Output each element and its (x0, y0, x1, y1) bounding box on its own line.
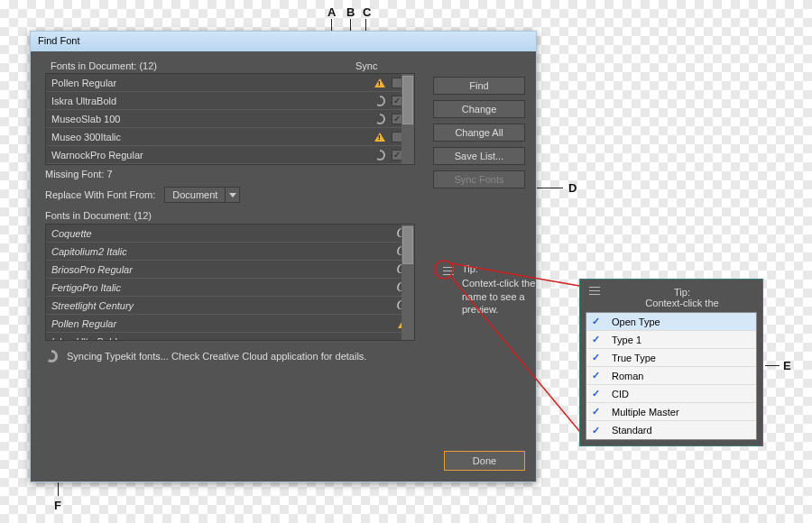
font-name: Pollen Regular (51, 318, 374, 329)
sync-status-row: Syncing Typekit fonts... Check Creative … (45, 350, 415, 362)
check-icon: ✓ (592, 370, 604, 381)
sync-header: Sync (352, 60, 410, 71)
spinner-icon (374, 150, 385, 161)
popup-tip-title: Tip: (611, 287, 753, 298)
callout-c: C (363, 5, 371, 19)
font-row[interactable]: FertigoPro ItalicO (46, 279, 414, 297)
filter-menu-item[interactable]: ✓Standard (586, 421, 756, 439)
find-font-dialog: Find Font Fonts in Document: (12) Sync P… (30, 31, 537, 482)
callout-a: A (328, 5, 336, 19)
replace-from-dropdown[interactable]: Document (164, 187, 240, 203)
check-icon: ✓ (592, 406, 604, 417)
fonts-in-doc-label-2: Fonts in Document: (12) (45, 210, 415, 221)
font-row[interactable]: MuseoSlab 100✓ (46, 110, 414, 128)
warning-icon (374, 78, 385, 87)
sync-fonts-button[interactable]: Sync Fonts (433, 170, 525, 188)
menu-item-label: Multiple Master (612, 407, 679, 417)
svg-marker-0 (229, 193, 236, 197)
top-list-header: Fonts in Document: (12) Sync (45, 60, 415, 73)
font-row[interactable]: BriosoPro RegularO (46, 261, 414, 279)
fonts-in-doc-label: Fonts in Document: (12) (51, 60, 352, 71)
top-font-list: Pollen RegularIskra UltraBold✓MuseoSlab … (45, 73, 415, 165)
sync-status-text: Syncing Typekit fonts... Check Creative … (67, 351, 366, 362)
check-icon: ✓ (592, 352, 604, 363)
tip-text: Tip: Context-click the font name to see … (462, 262, 559, 316)
tip-body: Context-click the font name to see a pre… (462, 277, 559, 316)
filter-menu-item[interactable]: ✓Open Type (586, 313, 756, 331)
menu-item-label: Standard (612, 425, 652, 436)
font-name: Iskra UltraBold (51, 336, 374, 341)
callout-e: E (783, 359, 791, 372)
font-name: MuseoSlab 100 (51, 114, 351, 124)
dropdown-value: Document (165, 189, 225, 200)
font-name: Museo 300Italic (51, 132, 351, 142)
font-name: FertigoPro Italic (51, 282, 374, 293)
font-name: WarnockPro Regular (51, 150, 351, 161)
callout-b: B (346, 5, 355, 19)
font-row[interactable]: Museo 300Italic (46, 128, 414, 146)
callout-f: F (54, 499, 61, 512)
font-row[interactable]: Streetlight CenturyO (46, 297, 414, 315)
chevron-down-icon (225, 188, 239, 202)
filter-menu-item[interactable]: ✓CID (586, 385, 756, 403)
popup-tip-body: Context-click the (611, 298, 753, 308)
menu-item-label: Open Type (612, 317, 660, 327)
menu-item-label: True Type (612, 353, 656, 363)
spinner-icon (374, 96, 385, 106)
leader-e (765, 365, 780, 366)
filter-menu-item[interactable]: ✓Multiple Master (586, 403, 756, 421)
filter-menu-item[interactable]: ✓Roman (586, 367, 756, 385)
filter-menu: ✓Open Type✓Type 1✓True Type✓Roman✓CID✓Mu… (586, 312, 757, 440)
scrollbar[interactable] (401, 74, 414, 164)
missing-font-label: Missing Font: 7 (45, 169, 415, 179)
warning-icon (374, 133, 385, 142)
save-list-button[interactable]: Save List... (433, 147, 525, 165)
font-name: Iskra UltraBold (51, 96, 351, 106)
font-row[interactable]: Pollen Regular (46, 74, 414, 92)
menu-item-label: Type 1 (612, 335, 641, 345)
font-name: Pollen Regular (51, 78, 351, 88)
font-row[interactable]: WarnockPro Regular✓ (46, 146, 414, 164)
font-name: Coquette (51, 228, 374, 239)
spinner-icon (45, 350, 58, 362)
scrollbar[interactable] (401, 225, 414, 340)
check-icon: ✓ (592, 334, 604, 345)
font-row[interactable]: Capitolium2 ItalicO (46, 243, 414, 261)
filter-menu-item[interactable]: ✓True Type (586, 349, 756, 367)
change-all-button[interactable]: Change All (433, 124, 525, 142)
tip-title: Tip: (462, 262, 559, 275)
font-row[interactable]: Pollen Regular (46, 315, 414, 333)
check-icon: ✓ (592, 316, 604, 327)
font-name: Streetlight Century (51, 300, 374, 311)
done-button[interactable]: Done (444, 451, 525, 471)
flyout-menu-icon[interactable] (441, 264, 456, 277)
spinner-icon (374, 114, 385, 124)
font-row[interactable]: Iskra UltraBold (46, 333, 414, 340)
check-icon: ✓ (592, 425, 604, 436)
replace-with-label: Replace With Font From: (45, 189, 155, 200)
change-button[interactable]: Change (433, 100, 525, 118)
callout-d: D (568, 181, 577, 195)
font-row[interactable]: CoquetteO (46, 225, 414, 243)
font-name: BriosoPro Regular (51, 264, 374, 275)
check-icon: ✓ (592, 388, 604, 399)
find-button[interactable]: Find (433, 77, 525, 95)
font-name: Capitolium2 Italic (51, 246, 374, 257)
filter-menu-item[interactable]: ✓Type 1 (586, 331, 756, 349)
flyout-menu-icon[interactable] (589, 287, 604, 299)
font-row[interactable]: Iskra UltraBold✓ (46, 92, 414, 110)
flyout-popup: Tip: Context-click the ✓Open Type✓Type 1… (579, 279, 763, 446)
dialog-titlebar[interactable]: Find Font (31, 32, 536, 51)
menu-item-label: CID (612, 389, 629, 399)
bottom-font-list: CoquetteOCapitolium2 ItalicOBriosoPro Re… (45, 224, 415, 341)
menu-item-label: Roman (612, 371, 643, 381)
